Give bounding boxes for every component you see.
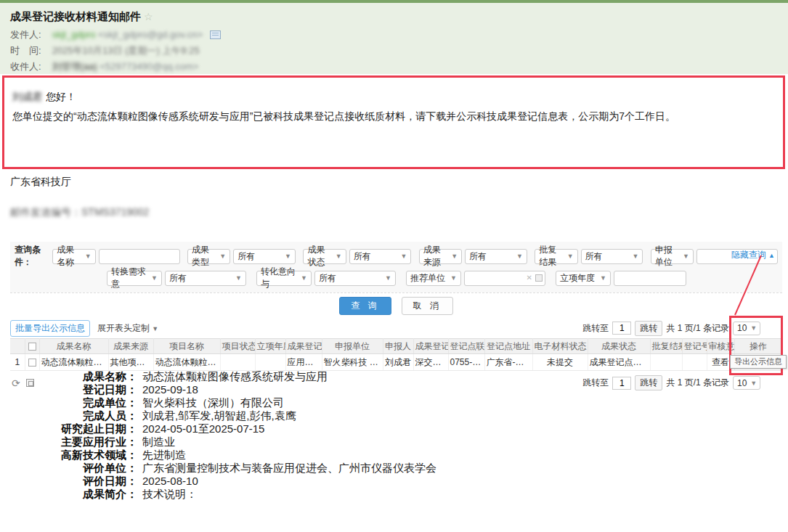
- export-table-icon[interactable]: [26, 379, 34, 387]
- email-body-paragraph: 您单位提交的“动态流体颗粒图像传感系统研发与应用”已被科技成果登记点接收纸质材料…: [12, 110, 768, 123]
- result-details: 成果名称：动态流体颗粒图像传感系统研发与应用 登记日期：2025-09-18 完…: [54, 370, 436, 501]
- header-registration-no: 登记号: [682, 339, 707, 354]
- header-registration-type: 成果登记类型: [285, 339, 322, 354]
- result-status-select[interactable]: 所有▼: [349, 249, 412, 264]
- from-address-redacted: <skjt_gdpro@gd.gov.cn>: [98, 29, 203, 40]
- jump-button[interactable]: 跳转: [635, 375, 662, 390]
- header-declarant: 申报人: [383, 339, 413, 354]
- result-name-input[interactable]: [99, 249, 180, 264]
- jump-button[interactable]: 跳转: [635, 321, 662, 336]
- cell-project-status: [220, 354, 255, 371]
- header-registration-address: 登记点地址: [484, 339, 532, 354]
- page: 成果登记接收材料通知邮件☆ 发件人: skjt_gdpro <skjt_gdpr…: [0, 0, 788, 532]
- transfer-demand-select[interactable]: 所有▼: [165, 271, 246, 286]
- email-to-row: 收件人: 刘管理(aa) <529773490@qq.com>: [10, 61, 788, 72]
- to-address-redacted: <529773490@qq.com>: [99, 61, 198, 72]
- chevron-down-icon: ▼: [151, 274, 158, 282]
- cell-approval-result: [650, 354, 682, 371]
- detail-value: 先进制造: [142, 449, 186, 462]
- batch-export-button[interactable]: 批量导出公示信息: [10, 320, 90, 337]
- result-source-select[interactable]: 所有▼: [465, 249, 527, 264]
- page-size-select[interactable]: 10▼: [733, 322, 760, 335]
- chevron-down-icon: ▼: [336, 253, 342, 260]
- chevron-down-icon: ▼: [632, 253, 638, 260]
- cancel-button[interactable]: 取 消: [402, 297, 453, 315]
- cell-declarant-link[interactable]: 刘成君: [383, 354, 413, 371]
- to-name-redacted: 刘管理(aa): [52, 61, 97, 72]
- result-type-select[interactable]: 所有▼: [233, 249, 296, 264]
- field-select-transfer-demand[interactable]: 转换需求意▼: [107, 271, 162, 286]
- select-all-checkbox[interactable]: [28, 343, 36, 351]
- field-select-result-status[interactable]: 成果状态▼: [303, 249, 346, 264]
- results-table: 成果名称 成果来源 项目名称 项目状态 立项年度 成果登记类型 申报单位 申报人…: [10, 338, 783, 371]
- header-ematerial-status: 电子材料状态: [532, 339, 588, 354]
- time-value-redacted: 2025年10月13日 (星期一) 上午9:25: [52, 45, 200, 56]
- mail-code-redacted: 邮件发送编号：STMS3719002: [10, 206, 149, 219]
- detail-value: 2024-05-01至2025-07-15: [142, 422, 264, 435]
- pagination-top: 跳转至 跳转 共 1 页/1 条记录 10▼: [582, 321, 760, 336]
- project-year-input[interactable]: [614, 271, 686, 286]
- field-select-result-type[interactable]: 成果类型▼: [187, 249, 230, 264]
- field-select-result-name[interactable]: 成果名称▼: [52, 249, 95, 264]
- header-project-name: 项目名称: [153, 339, 220, 354]
- detail-label: 主要应用行业：: [54, 435, 137, 449]
- clear-icon[interactable]: ✕: [527, 274, 532, 282]
- jump-page-input[interactable]: [612, 377, 631, 390]
- chevron-down-icon: ▼: [85, 253, 92, 260]
- field-select-transform-intent[interactable]: 转化意向与▼: [256, 271, 312, 286]
- header-operation: 操作: [734, 339, 782, 354]
- field-select-project-year[interactable]: 立项年度▼: [556, 271, 611, 286]
- recommend-unit-input[interactable]: [464, 271, 545, 286]
- chevron-down-icon: ▼: [235, 274, 242, 282]
- detail-label: 完成单位：: [54, 396, 137, 409]
- header-approval-result: 批复结果: [650, 339, 682, 354]
- expand-header-link[interactable]: 展开表头定制 ▼: [97, 322, 158, 335]
- search-button[interactable]: 查 询: [339, 297, 391, 315]
- hide-query-link[interactable]: 隐藏查询 ▲: [731, 249, 775, 261]
- table-header-row: 成果名称 成果来源 项目名称 项目状态 立项年度 成果登记类型 申报单位 申报人…: [10, 339, 782, 354]
- email-subject-text: 成果登记接收材料通知邮件: [10, 10, 141, 22]
- jump-label: 跳转至: [582, 322, 609, 335]
- transform-intent-select[interactable]: 所有▼: [314, 271, 396, 286]
- approval-result-select[interactable]: 所有▼: [581, 249, 643, 264]
- page-size-select[interactable]: 10▼: [733, 376, 760, 390]
- email-time-row: 时 间: 2025年10月13日 (星期一) 上午9:25: [10, 45, 788, 56]
- chevron-down-icon: ▼: [451, 253, 458, 260]
- cell-checkbox: [25, 354, 39, 371]
- chevron-down-icon: ▼: [450, 274, 457, 282]
- table-toolbar: 批量导出公示信息 展开表头定制 ▼ 跳转至 跳转 共 1 页/1 条记录 10▼: [10, 319, 782, 337]
- record-summary: 共 1 页/1 条记录: [666, 322, 729, 335]
- chevron-down-icon: ▼: [600, 274, 606, 282]
- detail-label: 研究起止日期：: [54, 422, 137, 435]
- greeting-name-redacted: 刘成君: [12, 91, 43, 102]
- cell-result-source: 其他项目成果: [108, 354, 153, 371]
- detail-value: 制造业: [142, 435, 175, 449]
- header-declaring-unit: 申报单位: [322, 339, 383, 354]
- email-signature: 广东省科技厅: [10, 176, 71, 189]
- field-select-recommend-unit[interactable]: 推荐单位▼: [406, 271, 461, 286]
- header-review-opinion: 审核意见: [707, 339, 734, 354]
- detail-value: 技术说明：: [142, 488, 197, 501]
- query-conditions-label: 查询条件：: [15, 244, 46, 269]
- contact-card-icon[interactable]: [210, 30, 221, 39]
- email-from-row: 发件人: skjt_gdpro <skjt_gdpro@gd.gov.cn>: [10, 29, 788, 40]
- header-registration-contact: 登记点联系人: [448, 339, 484, 354]
- chevron-down-icon: ▼: [516, 253, 523, 260]
- cell-result-name-link[interactable]: 动态流体颗粒图像传感...: [39, 354, 108, 371]
- table-row: 1 动态流体颗粒图像传感... 其他项目成果 动态流体颗粒图像传感... 应用技…: [10, 354, 782, 371]
- cell-project-year: [255, 354, 285, 371]
- chevron-down-icon: ▼: [401, 253, 407, 260]
- cell-declaring-unit-link[interactable]: 智火柴科技 (深圳) 有...: [322, 354, 383, 371]
- picker-icon[interactable]: [535, 274, 543, 282]
- detail-value: 动态流体颗粒图像传感系统研发与应用: [142, 370, 328, 383]
- chevron-down-icon: ▼: [750, 324, 757, 332]
- header-result-name: 成果名称: [39, 339, 108, 354]
- field-select-result-source[interactable]: 成果来源▼: [419, 249, 462, 264]
- field-select-declaring-unit[interactable]: 申报单位▼: [651, 249, 694, 264]
- row-checkbox[interactable]: [28, 359, 36, 367]
- refresh-icon[interactable]: ⟳: [12, 377, 20, 389]
- field-select-approval-result[interactable]: 批复结果▼: [535, 249, 577, 264]
- jump-page-input[interactable]: [612, 322, 631, 335]
- results-panel: 查询条件： 成果名称▼ 成果类型▼ 所有▼ 成果状态▼ 所有▼ 成果来源▼ 所有…: [10, 242, 782, 390]
- star-icon[interactable]: ☆: [144, 11, 153, 22]
